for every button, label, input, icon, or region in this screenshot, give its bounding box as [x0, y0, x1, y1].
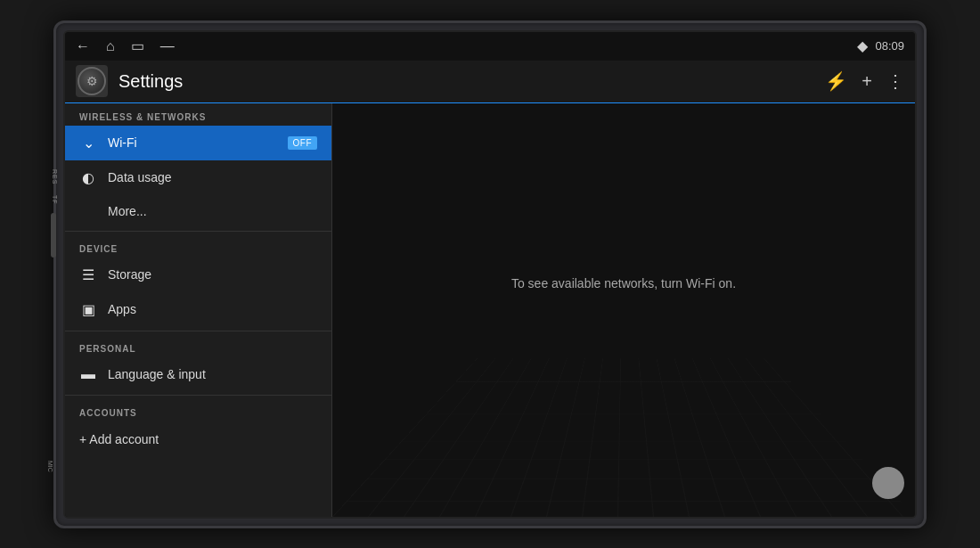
left-panel: WIRELESS & NETWORKS ⌄ Wi-Fi OFF ◐ Data u… [65, 103, 332, 517]
recents-icon[interactable]: ▭ [131, 37, 144, 54]
add-account-label: + Add account [79, 432, 159, 446]
add-account-item[interactable]: + Add account [65, 421, 331, 457]
app-bar-actions: ⚡ + ⋮ [825, 70, 904, 92]
menu-item-wifi[interactable]: ⌄ Wi-Fi OFF [65, 126, 331, 160]
menu-item-storage[interactable]: ☰ Storage [65, 258, 331, 292]
wifi-label: Wi-Fi [108, 135, 277, 150]
divider-accounts [65, 395, 331, 396]
status-right: ◆ 08:09 [857, 37, 904, 54]
language-label: Language & input [108, 367, 317, 381]
data-usage-icon: ◐ [79, 169, 97, 186]
wifi-message: To see available networks, turn Wi-Fi on… [511, 276, 736, 290]
menu-item-more[interactable]: More... [65, 195, 331, 227]
divider-personal [65, 331, 331, 331]
back-icon[interactable]: ← [76, 38, 90, 54]
storage-label: Storage [108, 267, 317, 282]
tf-label: TF [47, 192, 60, 209]
more-label: More... [108, 204, 317, 218]
divider-device [65, 231, 331, 232]
status-time: 08:09 [875, 39, 904, 53]
status-bar: ← ⌂ ▭ — ◆ 08:09 [65, 32, 915, 61]
grid-background [332, 357, 915, 516]
nav-icons: ← ⌂ ▭ — [76, 37, 175, 54]
add-icon[interactable]: + [862, 71, 872, 92]
storage-icon: ☰ [79, 266, 97, 283]
app-title: Settings [118, 71, 825, 92]
app-icon: ⚙ [76, 65, 108, 97]
section-wireless: WIRELESS & NETWORKS [65, 103, 331, 126]
wifi-icon: ⌄ [79, 135, 97, 151]
section-accounts: ACCOUNTS [65, 399, 331, 421]
mic-label: MIC [47, 461, 53, 472]
side-buttons: RES TF [47, 166, 60, 260]
main-content: WIRELESS & NETWORKS ⌄ Wi-Fi OFF ◐ Data u… [65, 103, 915, 517]
apps-icon: ▣ [79, 301, 97, 318]
section-device: DEVICE [65, 235, 331, 258]
language-icon: ▬ [79, 366, 97, 382]
overflow-icon[interactable]: ⋮ [886, 70, 904, 92]
app-bar: ⚙ Settings ⚡ + ⋮ [65, 61, 915, 103]
menu-item-language[interactable]: ▬ Language & input [65, 357, 331, 391]
data-usage-label: Data usage [108, 170, 317, 184]
right-panel: To see available networks, turn Wi-Fi on… [332, 103, 915, 517]
scroll-indicator[interactable] [872, 467, 904, 499]
location-icon: ◆ [857, 37, 868, 54]
wifi-toggle[interactable]: OFF [288, 136, 318, 150]
section-personal: PERSONAL [65, 335, 331, 357]
menu-item-data-usage[interactable]: ◐ Data usage [65, 160, 331, 195]
app-icon-inner: ⚙ [78, 67, 106, 95]
home-icon[interactable]: ⌂ [106, 38, 115, 54]
res-label: RES [47, 166, 60, 188]
screen: ← ⌂ ▭ — ◆ 08:09 ⚙ Settings ⚡ + ⋮ [63, 30, 917, 519]
menu-icon[interactable]: — [160, 38, 175, 54]
menu-item-apps[interactable]: ▣ Apps [65, 292, 331, 327]
side-slider[interactable] [51, 213, 56, 258]
device-shell: RES TF MIC ← ⌂ ▭ — ◆ 08:09 ⚙ Settings [53, 20, 927, 528]
flash-icon[interactable]: ⚡ [825, 70, 847, 92]
apps-label: Apps [108, 302, 317, 316]
